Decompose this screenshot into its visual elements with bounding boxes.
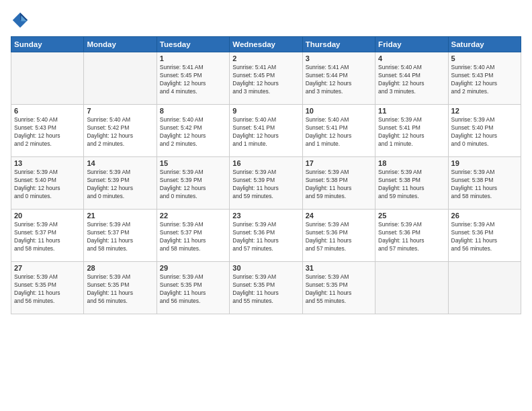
day-cell: 28Sunrise: 5:39 AM Sunset: 5:35 PM Dayli… <box>84 262 157 314</box>
day-cell: 23Sunrise: 5:39 AM Sunset: 5:36 PM Dayli… <box>230 210 302 262</box>
day-info: Sunrise: 5:40 AM Sunset: 5:44 PM Dayligh… <box>378 64 445 96</box>
header-cell-saturday: Saturday <box>448 37 521 52</box>
week-row-2: 6Sunrise: 5:40 AM Sunset: 5:43 PM Daylig… <box>11 105 521 157</box>
header-cell-monday: Monday <box>84 37 157 52</box>
day-cell: 31Sunrise: 5:39 AM Sunset: 5:35 PM Dayli… <box>302 262 375 314</box>
day-number: 6 <box>14 107 81 115</box>
day-number: 26 <box>451 212 518 220</box>
day-info: Sunrise: 5:39 AM Sunset: 5:39 PM Dayligh… <box>232 169 299 201</box>
day-cell: 25Sunrise: 5:39 AM Sunset: 5:36 PM Dayli… <box>375 210 448 262</box>
day-number: 16 <box>232 159 299 167</box>
calendar-body: 1Sunrise: 5:41 AM Sunset: 5:45 PM Daylig… <box>11 52 521 314</box>
day-number: 2 <box>232 54 299 62</box>
day-number: 25 <box>378 212 445 220</box>
day-cell <box>84 52 157 105</box>
day-number: 22 <box>160 212 226 220</box>
day-number: 17 <box>306 159 372 167</box>
day-cell: 4Sunrise: 5:40 AM Sunset: 5:44 PM Daylig… <box>375 52 448 105</box>
day-info: Sunrise: 5:39 AM Sunset: 5:36 PM Dayligh… <box>451 221 518 253</box>
day-cell: 29Sunrise: 5:39 AM Sunset: 5:35 PM Dayli… <box>157 262 229 314</box>
week-row-1: 1Sunrise: 5:41 AM Sunset: 5:45 PM Daylig… <box>11 52 521 105</box>
day-info: Sunrise: 5:39 AM Sunset: 5:40 PM Dayligh… <box>451 116 518 148</box>
day-number: 15 <box>160 159 226 167</box>
day-info: Sunrise: 5:40 AM Sunset: 5:41 PM Dayligh… <box>232 116 299 148</box>
calendar-table: SundayMondayTuesdayWednesdayThursdayFrid… <box>11 36 521 314</box>
day-info: Sunrise: 5:41 AM Sunset: 5:45 PM Dayligh… <box>232 64 299 96</box>
day-number: 11 <box>378 107 445 115</box>
day-info: Sunrise: 5:41 AM Sunset: 5:45 PM Dayligh… <box>160 64 226 96</box>
day-cell: 27Sunrise: 5:39 AM Sunset: 5:35 PM Dayli… <box>11 262 84 314</box>
day-cell: 5Sunrise: 5:40 AM Sunset: 5:43 PM Daylig… <box>448 52 521 105</box>
day-number: 31 <box>306 264 372 272</box>
day-info: Sunrise: 5:39 AM Sunset: 5:35 PM Dayligh… <box>232 273 299 306</box>
day-info: Sunrise: 5:39 AM Sunset: 5:39 PM Dayligh… <box>87 169 153 201</box>
day-number: 3 <box>306 54 372 62</box>
day-number: 8 <box>160 107 226 115</box>
day-info: Sunrise: 5:40 AM Sunset: 5:43 PM Dayligh… <box>14 116 81 148</box>
day-info: Sunrise: 5:40 AM Sunset: 5:43 PM Dayligh… <box>451 64 518 96</box>
day-info: Sunrise: 5:39 AM Sunset: 5:36 PM Dayligh… <box>232 221 299 253</box>
day-cell: 3Sunrise: 5:41 AM Sunset: 5:44 PM Daylig… <box>302 52 375 105</box>
day-number: 12 <box>451 107 518 115</box>
day-cell: 9Sunrise: 5:40 AM Sunset: 5:41 PM Daylig… <box>230 105 302 157</box>
day-info: Sunrise: 5:39 AM Sunset: 5:36 PM Dayligh… <box>306 221 372 253</box>
header-cell-wednesday: Wednesday <box>230 37 302 52</box>
day-info: Sunrise: 5:39 AM Sunset: 5:37 PM Dayligh… <box>87 221 153 253</box>
day-number: 23 <box>232 212 299 220</box>
day-info: Sunrise: 5:39 AM Sunset: 5:38 PM Dayligh… <box>378 169 445 201</box>
header-cell-tuesday: Tuesday <box>157 37 229 52</box>
day-cell: 19Sunrise: 5:39 AM Sunset: 5:38 PM Dayli… <box>448 157 521 210</box>
day-cell <box>448 262 521 314</box>
day-info: Sunrise: 5:39 AM Sunset: 5:38 PM Dayligh… <box>306 169 372 201</box>
day-info: Sunrise: 5:40 AM Sunset: 5:41 PM Dayligh… <box>306 116 372 148</box>
day-cell: 30Sunrise: 5:39 AM Sunset: 5:35 PM Dayli… <box>230 262 302 314</box>
day-number: 7 <box>87 107 153 115</box>
day-number: 9 <box>232 107 299 115</box>
day-info: Sunrise: 5:39 AM Sunset: 5:35 PM Dayligh… <box>306 273 372 306</box>
header-cell-friday: Friday <box>375 37 448 52</box>
day-number: 13 <box>14 159 81 167</box>
day-cell: 15Sunrise: 5:39 AM Sunset: 5:39 PM Dayli… <box>157 157 229 210</box>
week-row-4: 20Sunrise: 5:39 AM Sunset: 5:37 PM Dayli… <box>11 210 521 262</box>
day-info: Sunrise: 5:39 AM Sunset: 5:41 PM Dayligh… <box>378 116 445 148</box>
day-number: 28 <box>87 264 153 272</box>
day-cell: 16Sunrise: 5:39 AM Sunset: 5:39 PM Dayli… <box>230 157 302 210</box>
day-info: Sunrise: 5:39 AM Sunset: 5:40 PM Dayligh… <box>14 169 81 201</box>
header-cell-sunday: Sunday <box>11 37 84 52</box>
day-number: 14 <box>87 159 153 167</box>
header-cell-thursday: Thursday <box>302 37 375 52</box>
day-cell: 10Sunrise: 5:40 AM Sunset: 5:41 PM Dayli… <box>302 105 375 157</box>
day-cell: 17Sunrise: 5:39 AM Sunset: 5:38 PM Dayli… <box>302 157 375 210</box>
week-row-3: 13Sunrise: 5:39 AM Sunset: 5:40 PM Dayli… <box>11 157 521 210</box>
day-number: 27 <box>14 264 81 272</box>
day-number: 1 <box>160 54 226 62</box>
day-cell: 13Sunrise: 5:39 AM Sunset: 5:40 PM Dayli… <box>11 157 84 210</box>
day-number: 20 <box>14 212 81 220</box>
day-cell: 20Sunrise: 5:39 AM Sunset: 5:37 PM Dayli… <box>11 210 84 262</box>
day-cell: 24Sunrise: 5:39 AM Sunset: 5:36 PM Dayli… <box>302 210 375 262</box>
day-info: Sunrise: 5:39 AM Sunset: 5:35 PM Dayligh… <box>14 273 81 306</box>
day-number: 4 <box>378 54 445 62</box>
day-cell: 2Sunrise: 5:41 AM Sunset: 5:45 PM Daylig… <box>230 52 302 105</box>
day-cell <box>11 52 84 105</box>
day-cell: 7Sunrise: 5:40 AM Sunset: 5:42 PM Daylig… <box>84 105 157 157</box>
day-cell: 18Sunrise: 5:39 AM Sunset: 5:38 PM Dayli… <box>375 157 448 210</box>
calendar-header: SundayMondayTuesdayWednesdayThursdayFrid… <box>11 37 521 52</box>
day-cell: 21Sunrise: 5:39 AM Sunset: 5:37 PM Dayli… <box>84 210 157 262</box>
day-info: Sunrise: 5:39 AM Sunset: 5:38 PM Dayligh… <box>451 169 518 201</box>
day-cell: 26Sunrise: 5:39 AM Sunset: 5:36 PM Dayli… <box>448 210 521 262</box>
main-container: SundayMondayTuesdayWednesdayThursdayFrid… <box>0 0 532 320</box>
day-cell <box>375 262 448 314</box>
day-cell: 8Sunrise: 5:40 AM Sunset: 5:42 PM Daylig… <box>157 105 229 157</box>
day-info: Sunrise: 5:39 AM Sunset: 5:39 PM Dayligh… <box>160 169 226 201</box>
day-info: Sunrise: 5:39 AM Sunset: 5:36 PM Dayligh… <box>378 221 445 253</box>
day-number: 10 <box>306 107 372 115</box>
day-cell: 6Sunrise: 5:40 AM Sunset: 5:43 PM Daylig… <box>11 105 84 157</box>
day-number: 19 <box>451 159 518 167</box>
day-cell: 14Sunrise: 5:39 AM Sunset: 5:39 PM Dayli… <box>84 157 157 210</box>
day-info: Sunrise: 5:39 AM Sunset: 5:35 PM Dayligh… <box>87 273 153 306</box>
day-info: Sunrise: 5:39 AM Sunset: 5:37 PM Dayligh… <box>160 221 226 253</box>
day-number: 30 <box>232 264 299 272</box>
day-info: Sunrise: 5:39 AM Sunset: 5:35 PM Dayligh… <box>160 273 226 306</box>
day-cell: 12Sunrise: 5:39 AM Sunset: 5:40 PM Dayli… <box>448 105 521 157</box>
